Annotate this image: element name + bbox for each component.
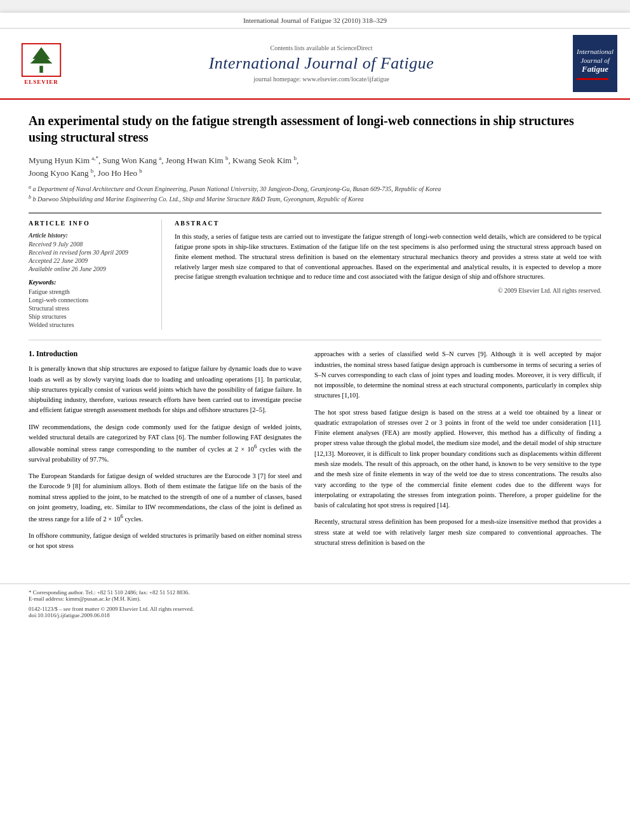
- keyword-4: Ship structures: [29, 313, 151, 320]
- article-title: An experimental study on the fatigue str…: [29, 112, 601, 145]
- authors-text-2: Joong Kyoo Kang b, Joo Ho Heo b: [29, 168, 142, 178]
- svg-rect-1: [39, 65, 43, 72]
- body-content: 1. Introduction It is generally known th…: [29, 340, 601, 557]
- sciencedirect-text: Contents lists available at ScienceDirec…: [270, 44, 372, 51]
- journal-citation: International Journal of Fatigue 32 (201…: [243, 17, 387, 24]
- corresponding-note: * Corresponding author. Tel.: +82 51 510…: [29, 589, 601, 596]
- body-left-col: 1. Introduction It is generally known th…: [29, 349, 302, 557]
- journal-title-block: Contents lists available at ScienceDirec…: [83, 44, 560, 83]
- abstract-label: ABSTRACT: [175, 220, 601, 227]
- authors-text: Myung Hyun Kim a,*, Sung Won Kang a, Jeo…: [29, 156, 298, 165]
- body-right-col: approaches with a series of classified w…: [314, 349, 601, 557]
- keywords-label: Keywords:: [29, 279, 151, 286]
- authors: Myung Hyun Kim a,*, Sung Won Kang a, Jeo…: [29, 154, 601, 180]
- doi-text: doi:10.1016/j.ijfatigue.2009.06.018: [29, 612, 601, 618]
- body-para-4: In offshore community, fatigue design of…: [29, 531, 302, 552]
- abstract-text: In this study, a series of fatigue tests…: [175, 232, 601, 282]
- history-title: Article history:: [29, 232, 151, 239]
- journal-header: ELSEVIER Contents lists available at Sci…: [0, 29, 630, 100]
- email-note: E-mail address: kimm@pusan.ac.kr (M.H. K…: [29, 596, 601, 602]
- affiliation-b: b b Daewoo Shipbuilding and Marine Engin…: [29, 194, 601, 204]
- article-info-label: ARTICLE INFO: [29, 220, 151, 227]
- issn-text: 0142-1123/$ – see front matter © 2009 El…: [29, 606, 601, 612]
- keywords-section: Keywords: Fatigue strength Longi-web con…: [29, 279, 151, 328]
- body-para-5: approaches with a series of classified w…: [314, 349, 601, 401]
- body-para-6: The hot spot stress based fatigue design…: [314, 408, 601, 511]
- elsevier-tree-icon: [19, 43, 64, 77]
- top-bar: International Journal of Fatigue 32 (201…: [0, 13, 630, 29]
- affiliation-a: a a Department of Naval Architecture and…: [29, 183, 601, 194]
- corresponding-text: * Corresponding author. Tel.: +82 51 510…: [29, 589, 190, 596]
- page-footer: * Corresponding author. Tel.: +82 51 510…: [0, 583, 630, 623]
- body-para-7: Recently, structural stress definition h…: [314, 517, 601, 548]
- keyword-3: Structural stress: [29, 305, 151, 312]
- copyright-text: © 2009 Elsevier Ltd. All rights reserved…: [175, 287, 601, 294]
- elsevier-brand-text: ELSEVIER: [24, 79, 58, 85]
- revised-date: Received in revised form 30 April 2009: [29, 249, 151, 256]
- sciencedirect-link: Contents lists available at ScienceDirec…: [83, 44, 560, 51]
- article-history: Article history: Received 9 July 2008 Re…: [29, 232, 151, 272]
- keyword-1: Fatigue strength: [29, 288, 151, 295]
- email-text: E-mail address: kimm@pusan.ac.kr (M.H. K…: [29, 596, 141, 602]
- info-abstract-section: ARTICLE INFO Article history: Received 9…: [29, 213, 601, 330]
- body-para-2: IIW recommendations, the design code com…: [29, 422, 302, 465]
- body-para-3: The European Standards for fatigue desig…: [29, 471, 302, 524]
- abstract-col: ABSTRACT In this study, a series of fati…: [175, 220, 601, 330]
- received-date: Received 9 July 2008: [29, 241, 151, 248]
- article-info-col: ARTICLE INFO Article history: Received 9…: [29, 220, 162, 330]
- affiliations: a a Department of Naval Architecture and…: [29, 183, 601, 204]
- online-date: Available online 26 June 2009: [29, 265, 151, 272]
- journal-title: International Journal of Fatigue: [83, 54, 560, 73]
- elsevier-logo: ELSEVIER: [13, 43, 70, 85]
- accepted-date: Accepted 22 June 2009: [29, 257, 151, 264]
- section1-heading: 1. Introduction: [29, 349, 302, 359]
- page: International Journal of Fatigue 32 (201…: [0, 13, 630, 840]
- article-content: An experimental study on the fatigue str…: [0, 100, 630, 577]
- journal-thumbnail: International Journal of Fatigue: [573, 35, 617, 92]
- journal-homepage: journal homepage: www.elsevier.com/locat…: [83, 76, 560, 83]
- body-para-1: It is generally known that ship structur…: [29, 364, 302, 415]
- keyword-5: Welded structures: [29, 321, 151, 328]
- body-two-col: 1. Introduction It is generally known th…: [29, 349, 601, 557]
- keyword-2: Longi-web connections: [29, 297, 151, 303]
